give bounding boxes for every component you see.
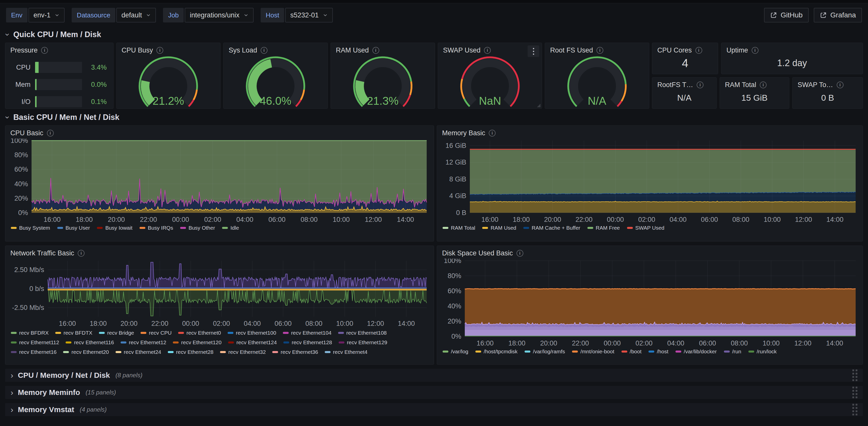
legend-item[interactable]: recv Ethernet28 [168,349,214,355]
legend-item[interactable]: recv Ethernet108 [338,330,387,336]
legend-item[interactable]: recv Ethernet128 [283,339,332,345]
legend-item[interactable]: /var/log/ramfs [525,348,565,355]
info-icon[interactable]: i [596,47,603,54]
github-link-button[interactable]: GitHub [764,8,809,23]
legend-item[interactable]: recv Ethernet116 [66,339,114,345]
legend-item[interactable]: RAM Total [442,225,475,231]
legend-item[interactable]: Busy Other [180,225,215,231]
info-icon[interactable]: i [489,130,496,136]
info-icon[interactable]: i [484,47,491,54]
legend-item[interactable]: RAM Free [587,225,620,231]
panel-title[interactable]: Root FS Usedi [545,43,649,54]
drag-handle-icon[interactable] [852,387,858,398]
time-series-plot[interactable]: 100%80%60%40%20%0%16:0018:0020:0022:0000… [5,137,434,224]
info-icon[interactable]: i [752,47,758,54]
time-series-plot[interactable]: 16 GiB12 GiB8 GiB4 GiB0 B16:0018:0020:00… [437,137,863,224]
legend-item[interactable]: /host [649,348,669,355]
legend-item[interactable]: recv BFDRX [11,330,49,336]
time-series-plot[interactable]: 100%80%60%40%20%0%16:0018:0020:0022:0000… [437,257,863,347]
panel-title[interactable]: Network Traffic Basici [5,246,434,257]
gauge-sys-load: 46.0% [232,55,318,108]
variable-value-dropdown[interactable]: integrations/unix [185,8,254,23]
bar-gauge [35,62,82,73]
legend-item[interactable]: recv Ethernet124 [228,339,277,345]
legend-item[interactable]: SWAP Used [627,225,664,231]
legend-item[interactable]: recv Ethernet12 [121,339,166,345]
info-icon[interactable]: i [156,47,163,54]
legend-item[interactable]: /mnt/onie-boot [572,348,614,355]
legend-item[interactable]: recv Ethernet112 [11,339,59,345]
row-header-basic[interactable]: › Basic CPU / Mem / Net / Disk [6,113,868,122]
legend-item[interactable]: Busy User [57,225,90,231]
legend-item[interactable]: recv Ethernet24 [116,349,161,355]
info-icon[interactable]: i [517,250,523,257]
collapsed-row-1[interactable]: ›Memory Meminfo(15 panels) [5,386,863,399]
legend-item[interactable]: /var/log [442,348,468,355]
drag-handle-icon[interactable] [852,369,858,381]
panel-title[interactable]: CPU Basici [5,126,434,137]
panel-title[interactable]: Memory Basici [437,126,863,137]
row-header-quick[interactable]: › Quick CPU / Mem / Disk [6,30,868,39]
info-icon[interactable]: i [760,82,767,88]
panel-title[interactable]: SWAP To…i [793,78,863,89]
info-icon[interactable]: i [78,250,85,257]
panel-title[interactable]: Sys Loadi [223,43,328,54]
legend-item[interactable]: /run/lock [748,348,777,355]
variable-value-dropdown[interactable]: s5232-01 [285,8,333,23]
legend-item[interactable]: Busy System [11,225,50,231]
chart-canvas[interactable]: 16 GiB12 GiB8 GiB4 GiB0 B16:0018:0020:00… [441,139,858,223]
info-icon[interactable]: i [261,47,268,54]
panel-title[interactable]: CPU Coresi [652,43,718,54]
info-icon[interactable]: i [47,130,54,136]
legend-item[interactable]: /var/lib/docker [676,348,717,355]
panel-title[interactable]: RootFS T…i [652,78,716,89]
variable-value-dropdown[interactable]: default [116,8,156,23]
panel-title[interactable]: Pressure i [5,43,113,54]
info-icon[interactable]: i [837,82,843,88]
panel-title[interactable]: RAM Usedi [331,43,435,54]
time-series-plot[interactable]: 2.50 Mb/s0 b/s-2.50 Mb/s16:0018:0020:002… [5,257,434,328]
info-icon[interactable]: i [695,47,702,54]
panel-menu-icon[interactable] [528,45,539,57]
variable-value-dropdown[interactable]: env-1 [29,8,65,23]
legend-item[interactable]: recv Ethernet20 [63,349,109,355]
legend-item[interactable]: Idle [222,225,239,231]
legend-item[interactable]: recv Ethernet120 [173,339,221,345]
legend-item[interactable]: /host/tpcmdisk [475,348,518,355]
drag-handle-icon[interactable] [852,404,858,416]
legend-item[interactable]: Busy Iowait [97,225,132,231]
panel-title[interactable]: CPU Busyi [117,43,220,54]
info-icon[interactable]: i [41,47,48,54]
chart-canvas[interactable]: 2.50 Mb/s0 b/s-2.50 Mb/s16:0018:0020:002… [9,259,429,327]
legend-item[interactable]: recv Bridge [99,330,134,336]
legend-item[interactable]: recv Ethernet104 [283,330,332,336]
collapsed-row-2[interactable]: ›Memory Vmstat(4 panels) [5,403,863,416]
panel-title[interactable]: Uptimei [721,43,863,54]
panel-title[interactable]: RAM Totali [720,78,789,89]
chart-canvas[interactable]: 100%80%60%40%20%0%16:0018:0020:0022:0000… [441,259,858,346]
legend-item[interactable]: /run [724,348,741,355]
legend-item[interactable]: recv Ethernet36 [272,349,318,355]
resize-handle[interactable] [537,104,540,107]
info-icon[interactable]: i [697,82,704,88]
legend-item[interactable]: recv Ethernet4 [325,349,368,355]
legend-item[interactable]: recv Ethernet129 [339,339,387,345]
legend-item[interactable]: recv BFDTX [55,330,92,336]
legend-item[interactable]: recv Ethernet32 [220,349,266,355]
panel-title[interactable]: Disk Space Used Basici [437,246,863,257]
collapsed-row-0[interactable]: ›CPU / Memory / Net / Disk(8 panels) [5,369,863,382]
legend-swatch [283,341,289,343]
legend-item[interactable]: Busy IRQs [140,225,173,231]
legend-item[interactable]: RAM Cache + Buffer [523,225,580,231]
legend-item[interactable]: recv Ethernet0 [178,330,221,336]
bar-gauge [35,79,82,90]
info-icon[interactable]: i [372,47,379,54]
legend-item[interactable]: recv CPU [141,330,172,336]
grafana-link-button[interactable]: Grafana [814,8,862,23]
legend-item[interactable]: recv Ethernet100 [227,330,276,336]
legend-item[interactable]: RAM Used [482,225,516,231]
chart-canvas[interactable]: 100%80%60%40%20%0%16:0018:0020:0022:0000… [9,139,429,223]
panel-title[interactable]: SWAP Usedi [438,43,542,54]
legend-item[interactable]: recv Ethernet16 [11,349,57,355]
legend-item[interactable]: /boot [621,348,642,355]
